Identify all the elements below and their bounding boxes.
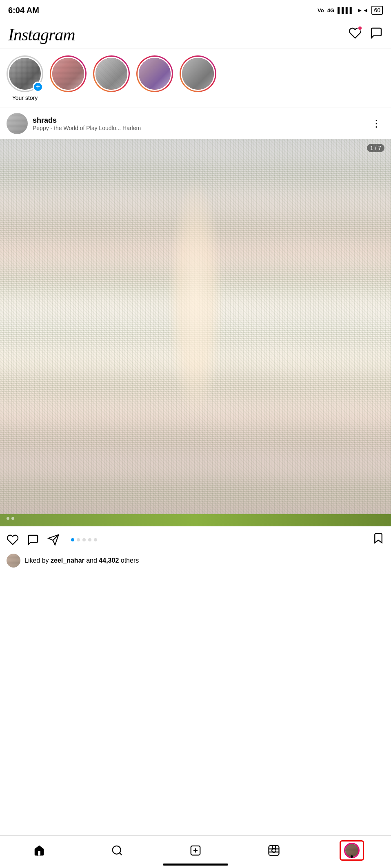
story-item-2-bg: [52, 58, 84, 90]
gesture-bar: [163, 864, 228, 866]
story-item-3-avatar: [94, 57, 129, 91]
post-author-avatar: [7, 113, 28, 134]
wifi-icon: ►◄: [357, 7, 369, 13]
story-item-4-bg: [139, 58, 171, 90]
stories-row: + Your story: [0, 49, 391, 108]
indicator-dot-2: [11, 517, 14, 520]
carousel-dot-4: [88, 538, 91, 541]
liked-avatar-bg: [7, 554, 20, 568]
status-time: 6:04 AM: [8, 6, 39, 15]
messages-button[interactable]: [370, 27, 383, 42]
4g-icon: 4G: [327, 7, 334, 13]
like-button[interactable]: [7, 534, 19, 546]
story-item-5-wrapper: [180, 55, 216, 92]
liked-avatar: [7, 554, 20, 568]
svg-point-2: [113, 846, 121, 854]
signal-icon: ▌▌▌▌: [338, 7, 354, 13]
bookmark-button[interactable]: [372, 532, 384, 547]
story-own[interactable]: + Your story: [7, 55, 43, 101]
battery-icon: 60: [371, 6, 383, 15]
liked-count-text: and: [86, 557, 99, 564]
story-item-5[interactable]: [180, 55, 216, 95]
story-item-3-ring: [93, 55, 130, 92]
status-bar: 6:04 AM Vo 4G ▌▌▌▌ ►◄ 60: [0, 0, 391, 20]
svg-line-3: [120, 853, 122, 855]
liked-username[interactable]: zeel_nahar: [51, 557, 84, 564]
bottom-nav: [0, 835, 391, 868]
post-actions-left: [7, 534, 97, 546]
volte-icon: Vo: [318, 7, 324, 13]
notifications-button[interactable]: [349, 27, 362, 42]
nav-create-button[interactable]: [183, 840, 208, 861]
bottom-spacer: [0, 571, 391, 612]
story-item-2-ring: [50, 55, 87, 92]
profile-active-dot: [351, 855, 353, 858]
story-own-avatar-wrapper: +: [7, 55, 43, 92]
story-item-2-avatar: [51, 57, 85, 91]
post-username[interactable]: shrads: [33, 116, 141, 125]
carousel-dot-1: [71, 538, 74, 541]
image-bottom-indicator: [7, 517, 14, 520]
story-item-4-ring: [136, 55, 173, 92]
svg-rect-7: [269, 845, 279, 855]
nav-reels-button[interactable]: [262, 840, 286, 861]
nav-home-button[interactable]: [27, 840, 51, 861]
post-user-info: shrads Peppy - the World of Play Loudlo.…: [7, 113, 141, 134]
carousel-dot-3: [82, 538, 86, 541]
liked-by: Liked by zeel_nahar and 44,302 others: [0, 550, 391, 571]
story-item-3[interactable]: [93, 55, 130, 95]
story-item-2-wrapper: [50, 55, 87, 92]
notification-badge: [358, 26, 362, 31]
post-user-text: shrads Peppy - the World of Play Loudlo.…: [33, 116, 141, 131]
comment-button[interactable]: [27, 534, 39, 546]
story-item-5-bg: [182, 58, 214, 90]
post-subtitle: Peppy - the World of Play Loudlo... Harl…: [33, 125, 141, 131]
add-story-badge: +: [33, 82, 43, 92]
post-author-avatar-bg: [7, 113, 28, 134]
story-item-3-bg: [96, 58, 127, 90]
liked-count: 44,302: [99, 557, 119, 564]
liked-others: others: [121, 557, 139, 564]
post: shrads Peppy - the World of Play Loudlo.…: [0, 108, 391, 571]
carousel-dot-5: [94, 538, 97, 541]
post-actions: [0, 526, 391, 550]
story-item-3-wrapper: [93, 55, 130, 92]
share-button[interactable]: [47, 534, 60, 546]
carousel-dot-2: [77, 538, 80, 541]
header-actions: [349, 27, 383, 42]
post-more-button[interactable]: ⋮: [368, 116, 384, 131]
post-image: [0, 139, 391, 514]
liked-text: Liked by zeel_nahar and 44,302 others: [24, 557, 139, 564]
post-image-counter: 1 / 7: [367, 144, 384, 152]
story-item-5-ring: [180, 55, 216, 92]
story-item-4-wrapper: [136, 55, 173, 92]
app-header: Instagram: [0, 20, 391, 49]
app-logo: Instagram: [8, 25, 75, 44]
nav-profile-button[interactable]: [340, 840, 364, 861]
post-header: shrads Peppy - the World of Play Loudlo.…: [0, 108, 391, 139]
status-icons: Vo 4G ▌▌▌▌ ►◄ 60: [318, 6, 383, 15]
post-green-bar: [0, 514, 391, 526]
story-own-label: Your story: [12, 95, 38, 101]
carousel-dots: [71, 538, 97, 541]
story-item-2[interactable]: [50, 55, 87, 95]
story-item-4-avatar: [138, 57, 172, 91]
story-item-5-avatar: [181, 57, 215, 91]
indicator-dot-1: [7, 517, 9, 520]
nav-search-button[interactable]: [105, 840, 129, 861]
post-image-container: 1 / 7: [0, 139, 391, 526]
story-item-4[interactable]: [136, 55, 173, 95]
